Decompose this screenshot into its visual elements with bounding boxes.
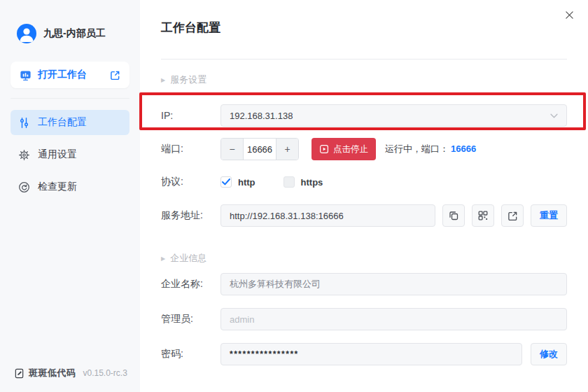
play-square-icon [319,144,329,154]
main-panel: 工作台配置 ▶ 服务设置 IP: 192.168.31.138 端口: − 16… [140,0,588,392]
qr-code-button[interactable] [472,204,494,227]
close-icon[interactable] [563,8,575,21]
sidebar-item-label: 通用设置 [38,148,77,161]
sidebar-item-label: 检查更新 [38,181,77,193]
password-input[interactable]: **************** [220,343,522,365]
password-label: 密码: [161,348,220,360]
page-title: 工作台配置 [161,20,567,36]
sidebar: 九思-内部员工 打开工作台 [0,0,140,392]
stop-service-button[interactable]: 点击停止 [312,138,376,160]
service-url-input[interactable]: http://192.168.31.138:16666 [220,204,435,227]
sidebar-menu: 工作台配置 通用设置 [10,110,130,200]
chevron-down-icon [550,113,558,118]
section-enterprise-info[interactable]: ▶ 企业信息 [161,252,567,265]
app-window: 九思-内部员工 打开工作台 [0,0,588,392]
admin-label: 管理员: [161,313,220,326]
section-service-settings[interactable]: ▶ 服务设置 [161,74,567,86]
sidebar-item-check-updates[interactable]: 检查更新 [10,174,130,200]
ip-select[interactable]: 192.168.31.138 [220,104,567,127]
company-value: 杭州多算科技有限公司 [230,278,321,290]
stop-button-label: 点击停止 [333,144,368,155]
gear-icon [18,149,30,161]
service-url-label: 服务地址: [161,209,220,222]
open-workbench-button[interactable]: 打开工作台 [10,62,130,88]
admin-row: 管理员: admin [161,308,567,330]
https-checkbox[interactable] [284,176,295,188]
modify-password-button[interactable]: 修改 [531,343,567,365]
sidebar-item-workbench-config[interactable]: 工作台配置 [10,110,130,135]
monitor-icon [20,69,31,81]
admin-placeholder: admin [230,314,254,325]
company-row: 企业名称: 杭州多算科技有限公司 [161,273,567,295]
user-profile: 九思-内部员工 [17,24,140,43]
protocol-label: 协议: [161,176,220,188]
company-input[interactable]: 杭州多算科技有限公司 [220,273,567,295]
ip-value: 192.168.31.138 [230,111,293,121]
caret-right-icon: ▶ [161,255,165,262]
port-row: 端口: − 16666 + 点击停止 运行中，端口：16666 [161,138,567,160]
service-status: 运行中，端口：16666 [385,143,476,155]
open-workbench-label: 打开工作台 [38,69,87,81]
https-option: https [284,176,323,188]
sidebar-footer: 斑斑低代码 v0.15.0-rc.3 [14,367,127,379]
company-label: 企业名称: [161,278,220,290]
port-label: 端口: [161,143,220,155]
refresh-icon [18,181,30,193]
sidebar-item-general-settings[interactable]: 通用设置 [10,142,130,167]
http-checkbox-label: http [238,177,255,188]
sliders-icon [18,117,30,129]
external-link-icon [110,70,120,80]
service-url-row: 服务地址: http://192.168.31.138:16666 [161,204,567,227]
copy-button[interactable] [442,204,465,227]
password-row: 密码: **************** 修改 [161,343,567,365]
http-checkbox[interactable] [220,176,232,188]
port-stepper: − 16666 + [220,138,299,160]
sidebar-item-label: 工作台配置 [38,116,87,129]
user-name: 九思-内部员工 [43,27,106,40]
open-external-button[interactable] [501,204,524,227]
service-url-value: http://192.168.31.138:16666 [230,211,344,221]
title-divider [161,59,567,59]
https-checkbox-label: https [301,177,323,188]
avatar [17,24,36,43]
status-text: 运行中，端口： [385,144,449,154]
sidebar-divider [10,98,130,99]
port-value[interactable]: 16666 [243,139,276,160]
protocol-row: 协议: http https [161,174,567,190]
stepper-minus-button[interactable]: − [221,139,243,160]
section-title: 企业信息 [170,252,206,265]
stepper-plus-button[interactable]: + [276,139,298,160]
ip-label: IP: [161,110,220,121]
status-port-number: 16666 [451,144,476,154]
app-version: v0.15.0-rc.3 [83,368,127,378]
brand-logo-icon [14,368,24,379]
admin-input[interactable]: admin [220,308,567,330]
password-value: **************** [230,349,299,359]
http-option: http [220,176,255,188]
caret-right-icon: ▶ [161,77,165,83]
section-title: 服务设置 [170,74,206,86]
brand-name: 斑斑低代码 [29,367,76,379]
ip-row: IP: 192.168.31.138 [161,104,567,127]
reset-button[interactable]: 重置 [531,204,567,227]
